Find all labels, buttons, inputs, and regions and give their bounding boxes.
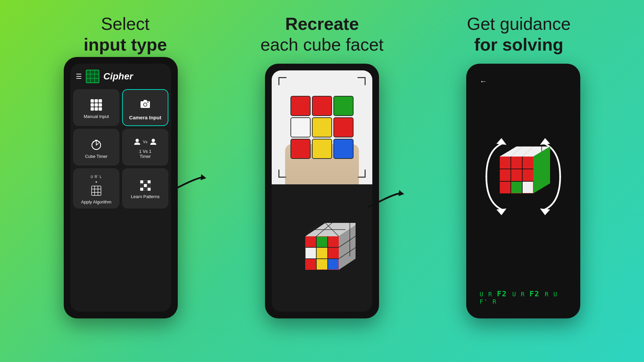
cell-7	[312, 139, 332, 159]
svg-rect-73	[511, 182, 522, 193]
svg-marker-58	[540, 208, 550, 215]
svg-rect-45	[317, 259, 327, 269]
pattern-icon	[140, 180, 151, 191]
svg-rect-43	[328, 248, 338, 258]
svg-marker-57	[540, 138, 550, 145]
arrow1	[168, 171, 208, 199]
algo-f2-1: F2	[497, 290, 512, 298]
algo-fprime: F'	[480, 298, 493, 305]
svg-rect-8	[95, 79, 99, 83]
camera-input-label: Camera Input	[129, 115, 161, 120]
cube-preview-section	[272, 184, 372, 312]
corner-tr	[358, 77, 366, 85]
svg-rect-41	[306, 248, 316, 258]
svg-rect-74	[523, 182, 533, 193]
manual-input-label: Manual Input	[84, 114, 109, 119]
menu-item-versus[interactable]: Vs 1 Vs 1Timer	[122, 129, 168, 166]
main-content: ☰	[0, 57, 644, 362]
svg-rect-72	[500, 182, 511, 193]
menu-item-timer[interactable]: Cube Timer	[73, 129, 119, 166]
phone3-wrapper: ←	[466, 57, 580, 318]
svg-rect-70	[511, 169, 522, 181]
svg-rect-6	[86, 79, 90, 83]
grid-icon	[91, 99, 102, 111]
cell-2	[333, 96, 354, 116]
header-recreate-text: Recreateeach cube facet	[224, 13, 421, 55]
svg-rect-7	[91, 79, 94, 83]
cell-3	[290, 117, 311, 137]
algo-r2: R	[521, 291, 530, 298]
cube-3d-preview	[288, 216, 356, 280]
algorithm-display: U R F2 U R F2 R U F' R	[473, 283, 574, 312]
app-logo: Cipher	[85, 69, 133, 84]
cell-4	[312, 117, 332, 137]
svg-rect-46	[328, 259, 338, 269]
phone2-mockup	[265, 64, 379, 318]
arrow1-svg	[168, 171, 208, 198]
header-guidance: Get guidancefor solving	[420, 13, 617, 55]
algo-r3: R	[545, 291, 553, 298]
svg-marker-87	[542, 159, 550, 171]
hamburger-icon[interactable]: ☰	[76, 72, 82, 80]
cube-face-grid	[290, 96, 354, 159]
phone1-screen: ☰	[70, 64, 171, 312]
svg-rect-39	[317, 237, 327, 247]
algo-cube-icon	[91, 185, 102, 196]
cell-5	[333, 117, 354, 137]
cell-1	[312, 96, 332, 116]
menu-item-patterns[interactable]: Learn Patterns	[122, 168, 168, 208]
svg-rect-42	[317, 248, 327, 258]
phone3-mockup: ←	[466, 64, 580, 318]
app-cube-logo	[85, 69, 100, 84]
header-recreate: Recreateeach cube facet	[224, 13, 421, 55]
menu-item-camera[interactable]: Camera Input	[122, 89, 168, 126]
rotating-cube	[476, 70, 570, 283]
algorithm-label: Apply Algorithm	[81, 199, 111, 204]
svg-rect-44	[306, 259, 316, 269]
svg-marker-56	[496, 208, 506, 215]
svg-rect-1	[91, 70, 94, 73]
patterns-label: Learn Patterns	[131, 194, 159, 199]
algo-u3: U	[553, 291, 558, 298]
versus-icon-container: Vs	[133, 138, 157, 145]
phone1-mockup: ☰	[64, 57, 178, 318]
algo-r1: R	[488, 291, 497, 298]
phone1-wrapper: ☰	[64, 57, 178, 318]
camera-icon	[139, 98, 152, 111]
svg-rect-25	[92, 186, 101, 195]
app-name-label: Cipher	[103, 71, 133, 82]
camera-view	[272, 70, 372, 184]
phone2-wrapper	[265, 57, 379, 318]
algo-u2: U	[512, 291, 521, 298]
svg-rect-71	[523, 169, 533, 181]
algo-dot: •	[96, 179, 97, 185]
cell-6	[290, 139, 311, 159]
menu-grid: Manual Input Camera Input	[70, 86, 171, 211]
svg-rect-66	[500, 157, 511, 169]
menu-item-algorithm[interactable]: U R' L •	[73, 168, 119, 208]
menu-item-manual[interactable]: Manual Input	[73, 89, 119, 126]
back-button[interactable]: ←	[480, 77, 487, 86]
svg-point-23	[136, 139, 139, 142]
scanned-cube-face	[290, 96, 354, 159]
svg-marker-55	[496, 138, 506, 145]
solution-cube-svg	[476, 130, 570, 224]
svg-rect-4	[91, 74, 94, 78]
header-guidance-text: Get guidancefor solving	[420, 13, 617, 55]
svg-rect-67	[511, 157, 522, 169]
algo-u1: U	[480, 291, 488, 298]
svg-rect-5	[95, 74, 99, 78]
cube-timer-label: Cube Timer	[85, 154, 107, 159]
svg-rect-2	[95, 70, 99, 73]
app-header: ☰	[70, 64, 171, 86]
corner-tl	[278, 77, 286, 85]
cell-0	[290, 96, 311, 116]
svg-rect-68	[523, 157, 533, 169]
arrow2-svg	[366, 187, 406, 214]
phone2-screen	[272, 70, 372, 312]
versus-timer-label: 1 Vs 1Timer	[139, 149, 152, 159]
svg-rect-40	[328, 237, 338, 247]
svg-rect-20	[95, 140, 98, 141]
svg-rect-69	[500, 169, 511, 181]
svg-rect-38	[306, 237, 316, 247]
